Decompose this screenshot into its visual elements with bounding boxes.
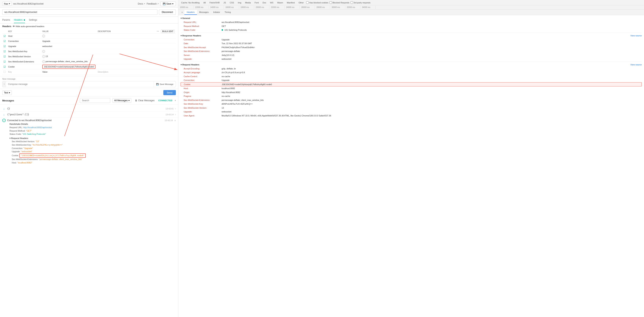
filter-tab[interactable]: Fetch/XHR [208, 1, 221, 4]
message-item[interactable]: ↓ {} 13:42:41 › [0, 106, 178, 112]
expand-icon[interactable]: › [175, 113, 176, 116]
devtools-tab-headers[interactable]: Headers [184, 10, 197, 15]
send-row: Text ▾ Send [0, 89, 178, 96]
filter-checkbox[interactable]: Blocked Requests [330, 1, 350, 4]
hide-auto-link[interactable]: 👁 Hide auto-generated headers [13, 25, 44, 27]
header-row: ☑ Connection Upgrade [2, 39, 176, 44]
feedback-link[interactable]: Feedback ↗ [147, 2, 159, 5]
header-key: Sec-WebSocket-Extensions [7, 59, 41, 64]
message-time: 13:42:41 [166, 107, 174, 110]
top-bar: Raw ▾ ws://localhost:8082/api/socket Doc… [0, 0, 178, 7]
request-header-row: Accept-Language:zh-CN,zh;q=0.9,en;q=0.8 [180, 70, 642, 74]
filter-tab[interactable]: Doc [261, 1, 268, 4]
messages-controls: All Messages ▾ 🗑 Clear Messages CONNECTE… [80, 98, 176, 103]
filter-tab[interactable]: Font [253, 1, 260, 4]
handshake-request-url: Request URL: http://localhost:8082/api/s… [10, 126, 174, 129]
header-checkbox[interactable]: ☑ [2, 59, 7, 64]
handshake-connection: Connection: "Upgrade" [10, 147, 174, 150]
headers-section: Headers 👁 Hide auto-generated headers KE… [0, 23, 178, 76]
request-view-source[interactable]: View source [630, 63, 642, 66]
devtools-tab-initiator[interactable]: Initiator [211, 10, 222, 15]
send-button[interactable]: Send [163, 90, 176, 95]
filter-tab[interactable]: Manifest [286, 1, 296, 4]
ruler-tick: 34000 ms [360, 6, 376, 9]
clear-messages-button[interactable]: 🗑 Clear Messages [134, 98, 156, 103]
header-key: Host [7, 33, 41, 39]
bulk-edit-button[interactable]: Bulk Edit [161, 29, 175, 33]
raw-dropdown[interactable]: Raw ▾ [2, 2, 12, 6]
expand-icon[interactable]: › [175, 107, 176, 110]
header-checkbox[interactable]: ☑ [2, 44, 7, 49]
message-compose-area: 1 💾 Save Message [2, 81, 176, 87]
header-description [96, 64, 130, 69]
filter-checkbox[interactable]: Has blocked cookies [306, 1, 328, 4]
filter-checkbox[interactable]: 3rd-party requests [350, 1, 370, 4]
header-key: Upgrade [7, 44, 41, 49]
header-checkbox[interactable]: ☑ [2, 33, 7, 39]
header-row: ☑ Upgrade websocket [2, 44, 176, 49]
request-header-row: Pragma:no-cache [180, 94, 642, 98]
text-dropdown-arrow: ▾ [9, 91, 10, 94]
header-value-cell: Value [41, 69, 96, 74]
info-icon[interactable]: i [42, 60, 45, 63]
all-messages-dropdown[interactable]: All Messages ▾ [112, 98, 131, 103]
filter-tab[interactable]: WS [269, 1, 275, 4]
filter-tab[interactable]: Media [244, 1, 252, 4]
check-circle-icon: ✓ [2, 119, 6, 122]
status-green-dot [222, 29, 223, 31]
connected-text: Connected to ws://localhost:8082/api/soc… [7, 119, 52, 122]
filter-tab[interactable]: CSS [228, 1, 236, 4]
info-icon[interactable]: i [42, 55, 45, 58]
tab-headers[interactable]: Headers [14, 17, 25, 23]
search-input[interactable] [80, 98, 110, 103]
url-input[interactable] [2, 9, 158, 15]
ruler-tick: 28000 ms [315, 6, 330, 9]
docs-link[interactable]: Docs ↗ [138, 2, 145, 5]
filter-tab[interactable]: Img [236, 1, 242, 4]
save-message-button[interactable]: 💾 Save Message [154, 81, 176, 87]
devtools-tab-messages[interactable]: Messages [197, 10, 211, 15]
connected-message[interactable]: ✓ Connected to ws://localhost:8082/api/s… [0, 118, 178, 166]
handshake-title: Handshake Details [10, 123, 174, 125]
filter-tab[interactable]: Other [297, 1, 305, 4]
compose-input[interactable] [6, 81, 154, 87]
response-header-row: Upgrade:websocket [180, 57, 642, 61]
filter-tab[interactable]: JS [222, 1, 227, 4]
header-checkbox[interactable]: ☑ [2, 54, 7, 59]
response-headers-section[interactable]: ▾ Response Headers View source [180, 34, 642, 38]
request-header-row: Cache-Control:no-cache [180, 74, 642, 78]
header-checkbox[interactable]: ☐ [2, 69, 7, 74]
message-item[interactable]: ↓ {"positions":[]} 13:42:14 › [0, 112, 178, 118]
request-header-row: Connection:Upgrade [180, 78, 642, 82]
response-view-source[interactable]: View source [630, 34, 642, 37]
header-row: ☑ Host i [2, 33, 176, 39]
ruler-tick: 10000 ms [178, 6, 194, 9]
close-button[interactable]: × [180, 10, 184, 14]
header-checkbox[interactable]: ☑ [2, 49, 7, 54]
tab-params[interactable]: Params [2, 17, 10, 23]
header-checkbox[interactable]: ☑ [2, 64, 7, 69]
filter-tab[interactable]: All [202, 1, 207, 4]
request-headers-title: ▾ Request Headers [180, 63, 199, 66]
header-checkbox[interactable]: ☑ [2, 39, 7, 44]
response-headers-title: ▾ Response Headers [180, 34, 201, 37]
ruler-tick: 14000 ms [209, 6, 224, 9]
info-icon[interactable]: i [42, 50, 45, 53]
header-key: Key [7, 69, 41, 74]
handshake-request-method: Request Method: "GET" [10, 129, 174, 133]
save-button[interactable]: 💾 Save ▾ [160, 1, 176, 6]
text-format-dropdown[interactable]: Text ▾ [2, 90, 12, 95]
header-row: ☐ Key Value Description [2, 69, 176, 74]
disconnect-button[interactable]: Disconnect [159, 9, 176, 15]
down-arrow-icon: ↓ [2, 107, 6, 110]
tab-settings[interactable]: Settings [29, 17, 37, 23]
filter-tab[interactable]: Cache: No throttling [180, 1, 201, 4]
info-icon[interactable]: i [42, 35, 45, 37]
request-headers-section[interactable]: ▾ Request Headers View source [180, 63, 642, 67]
cookie-value-small: "JSESSIONID=node01hjhiizejnjtl17k8tufoyi… [19, 153, 86, 158]
devtools-tab-timing[interactable]: Timing [222, 10, 233, 15]
handshake-request-headers-label: ▾ Request Headers [10, 137, 174, 140]
general-section-header[interactable]: ▾ General [180, 16, 642, 20]
filter-tab[interactable]: Wasm [276, 1, 284, 4]
collapse-icon[interactable]: ∧ [174, 119, 176, 122]
